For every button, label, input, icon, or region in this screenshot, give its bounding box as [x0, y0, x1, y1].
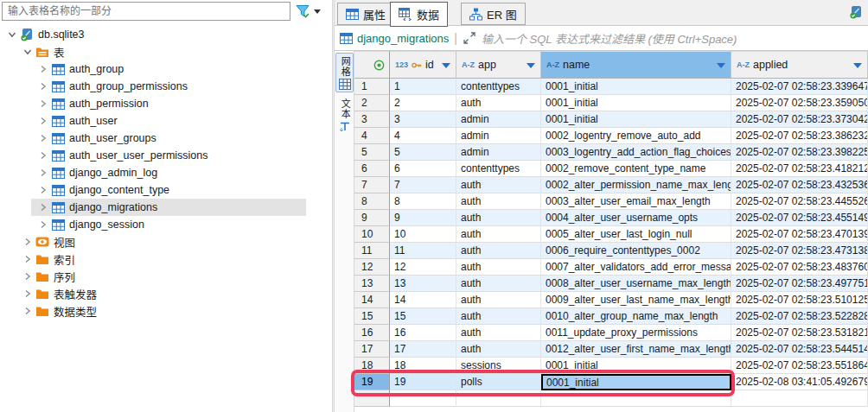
cell-name-row1[interactable]: 0001_initial [541, 79, 731, 95]
cell-name-row5[interactable]: 0003_logentry_add_action_flag_choices [541, 144, 731, 161]
row-header-14[interactable]: 14 [354, 292, 390, 308]
empty-cell[interactable] [456, 390, 541, 407]
cell-app-row2[interactable]: auth [456, 95, 541, 111]
expand-filter-icon[interactable] [463, 31, 476, 45]
empty-cell[interactable] [731, 390, 868, 407]
chevron-right-icon[interactable] [21, 269, 35, 283]
tree-item-数据类型[interactable]: 数据类型 [16, 302, 306, 320]
cell-name-row19[interactable]: 0001_initial [541, 374, 731, 390]
text-view-button[interactable]: 文本 [335, 96, 354, 135]
cell-name-row6[interactable]: 0002_remove_content_type_name [541, 161, 731, 177]
tree-item-auth_group[interactable]: auth_group [31, 60, 306, 78]
row-header-11[interactable]: 11 [354, 243, 390, 259]
row-header-9[interactable]: 9 [354, 210, 390, 226]
cell-id-row12[interactable]: 12 [390, 259, 456, 276]
row-header-10[interactable]: 10 [354, 226, 390, 243]
tree-item-auth_user_groups[interactable]: auth_user_groups [31, 130, 306, 147]
chevron-right-icon[interactable] [21, 304, 35, 318]
cell-id-row3[interactable]: 3 [390, 111, 456, 128]
cell-applied-row14[interactable]: 2025-02-07 02:58:23.510125 [731, 292, 868, 308]
cell-app-row8[interactable]: auth [456, 193, 541, 210]
cell-applied-row10[interactable]: 2025-02-07 02:58:23.470139 [731, 226, 868, 243]
cell-app-row15[interactable]: auth [456, 308, 541, 325]
cell-id-row5[interactable]: 5 [390, 144, 456, 161]
tree-item-django_migrations[interactable]: django_migrations [31, 199, 306, 216]
cell-applied-row3[interactable]: 2025-02-07 02:58:23.373042 [731, 111, 868, 128]
cell-applied-row8[interactable]: 2025-02-07 02:58:23.445526 [731, 193, 868, 210]
column-app-dropdown-icon[interactable] [527, 63, 535, 68]
cell-id-row2[interactable]: 2 [390, 95, 456, 111]
cell-id-row14[interactable]: 14 [390, 292, 456, 308]
cell-app-row6[interactable]: contenttypes [456, 161, 541, 177]
cell-applied-row11[interactable]: 2025-02-07 02:58:23.473138 [731, 243, 868, 259]
row-header-16[interactable]: 16 [354, 325, 390, 341]
cell-applied-row13[interactable]: 2025-02-07 02:58:23.497751 [731, 276, 868, 292]
grid-corner-cell[interactable] [354, 51, 390, 79]
cell-name-row9[interactable]: 0004_alter_user_username_opts [541, 210, 731, 226]
cell-name-row4[interactable]: 0002_logentry_remove_auto_add [541, 128, 731, 144]
row-header-12[interactable]: 12 [354, 259, 390, 276]
tree-item-django_session[interactable]: django_session [31, 216, 306, 233]
cell-name-row15[interactable]: 0010_alter_group_name_max_length [541, 308, 731, 325]
cell-id-row10[interactable]: 10 [390, 226, 456, 243]
row-header-2[interactable]: 2 [354, 95, 390, 111]
column-name-dropdown-icon[interactable] [717, 63, 725, 68]
cell-app-row7[interactable]: auth [456, 177, 541, 193]
sql-filter-input[interactable]: 输入一个 SQL 表达式来过滤结果 (使用 Ctrl+Space) [482, 30, 737, 47]
empty-cell[interactable] [541, 390, 731, 407]
row-header-4[interactable]: 4 [354, 128, 390, 144]
cell-app-row9[interactable]: auth [456, 210, 541, 226]
row-header-3[interactable]: 3 [354, 111, 390, 128]
column-header-id[interactable]: 123 id [390, 51, 456, 79]
column-id-dropdown-icon[interactable] [442, 63, 450, 68]
cell-applied-row19[interactable]: 2025-02-08 03:41:05.492679 [731, 374, 868, 390]
cell-id-row8[interactable]: 8 [390, 193, 456, 210]
cell-id-row11[interactable]: 11 [390, 243, 456, 259]
column-header-app[interactable]: A-Z app [456, 51, 541, 79]
filter-dropdown-arrow-icon[interactable] [314, 10, 321, 14]
cell-name-row10[interactable]: 0005_alter_user_last_login_null [541, 226, 731, 243]
cell-id-row6[interactable]: 6 [390, 161, 456, 177]
grid-view-button[interactable]: 网格 [335, 53, 354, 92]
cell-id-row7[interactable]: 7 [390, 177, 456, 193]
tree-item-表[interactable]: 表 [16, 43, 306, 60]
row-header-6[interactable]: 6 [354, 161, 390, 177]
active-database-icon[interactable] [849, 5, 866, 21]
chevron-right-icon[interactable] [21, 287, 35, 301]
cell-name-row8[interactable]: 0003_alter_user_email_max_length [541, 193, 731, 210]
cell-app-row12[interactable]: auth [456, 259, 541, 276]
cell-id-row19[interactable]: 19 [390, 374, 456, 390]
tree-item-auth_user[interactable]: auth_user [31, 112, 306, 130]
cell-name-row12[interactable]: 0007_alter_validators_add_error_messages [541, 259, 731, 276]
chevron-right-icon[interactable] [36, 131, 50, 145]
tree-item-序列[interactable]: 序列 [16, 268, 306, 285]
chevron-right-icon[interactable] [36, 62, 50, 76]
cell-name-row11[interactable]: 0006_require_contenttypes_0002 [541, 243, 731, 259]
cell-id-row9[interactable]: 9 [390, 210, 456, 226]
cell-app-row3[interactable]: admin [456, 111, 541, 128]
cell-applied-row9[interactable]: 2025-02-07 02:58:23.455149 [731, 210, 868, 226]
cell-app-row14[interactable]: auth [456, 292, 541, 308]
tab-er-diagram[interactable]: ER 图 [461, 3, 526, 25]
cell-name-row3[interactable]: 0001_initial [541, 111, 731, 128]
cell-id-row16[interactable]: 16 [390, 325, 456, 341]
cell-applied-row16[interactable]: 2025-02-07 02:58:23.531821 [731, 325, 868, 341]
cell-applied-row15[interactable]: 2025-02-07 02:58:23.522828 [731, 308, 868, 325]
cell-name-row13[interactable]: 0008_alter_user_username_max_length [541, 276, 731, 292]
tree-item-django_admin_log[interactable]: django_admin_log [31, 164, 306, 181]
row-header-13[interactable]: 13 [354, 276, 390, 292]
chevron-right-icon[interactable] [21, 252, 35, 266]
chevron-right-icon[interactable] [36, 97, 50, 111]
cell-app-row10[interactable]: auth [456, 226, 541, 243]
cell-name-row17[interactable]: 0012_alter_user_first_name_max_length [541, 341, 731, 358]
chevron-right-icon[interactable] [36, 166, 50, 180]
filter-funnel-icon[interactable] [293, 3, 312, 20]
table-name-filter-input[interactable] [2, 2, 290, 21]
tab-properties[interactable]: 属性 [337, 3, 394, 25]
cell-app-row5[interactable]: admin [456, 144, 541, 161]
cell-app-row11[interactable]: auth [456, 243, 541, 259]
chevron-right-icon[interactable] [21, 235, 35, 249]
cell-id-row15[interactable]: 15 [390, 308, 456, 325]
cell-name-row7[interactable]: 0002_alter_permission_name_max_length [541, 177, 731, 193]
empty-cell[interactable] [390, 390, 456, 407]
